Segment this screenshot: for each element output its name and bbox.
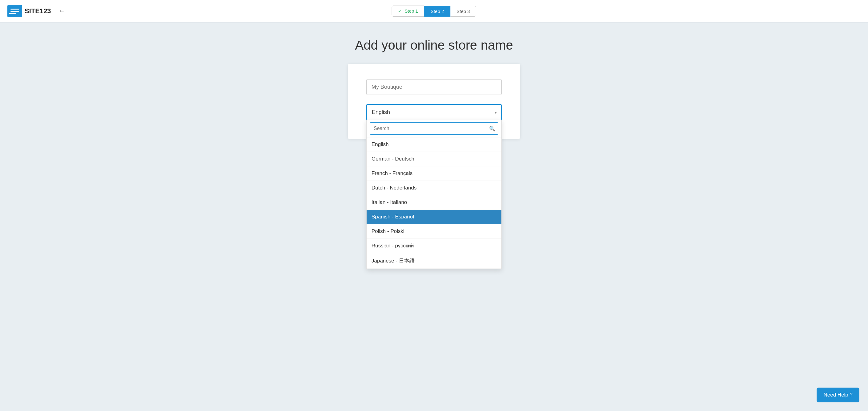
language-option[interactable]: Japanese - 日本語 xyxy=(367,253,501,269)
language-list: EnglishGerman - DeutschFrench - Français… xyxy=(367,138,501,269)
logo-text: SITE123 xyxy=(25,7,51,15)
language-option[interactable]: Dutch - Nederlands xyxy=(367,181,501,195)
logo-icon xyxy=(7,5,22,17)
main-content: Add your online store name English ▾ 🔍 E… xyxy=(0,23,868,151)
step-2[interactable]: Step 2 xyxy=(424,6,450,17)
stepper: ✓ Step 1 Step 2 Step 3 xyxy=(392,5,476,17)
dropdown-search-wrap: 🔍 xyxy=(367,120,501,138)
header: SITE123 ← ✓ Step 1 Step 2 Step 3 xyxy=(0,0,868,23)
language-option[interactable]: Italian - Italiano xyxy=(367,195,501,210)
form-card: English ▾ 🔍 EnglishGerman - DeutschFrenc… xyxy=(348,64,520,139)
language-dropdown-selected[interactable]: English ▾ xyxy=(366,104,502,120)
back-button[interactable]: ← xyxy=(59,8,65,14)
step-2-label: Step 2 xyxy=(431,9,444,14)
search-icon: 🔍 xyxy=(489,126,495,131)
logo: SITE123 xyxy=(7,5,51,17)
step-1[interactable]: ✓ Step 1 xyxy=(392,5,424,17)
step-1-label: Step 1 xyxy=(405,8,418,13)
language-option[interactable]: English xyxy=(367,138,501,152)
store-name-input[interactable] xyxy=(366,79,502,95)
language-option[interactable]: Spanish - Español xyxy=(367,210,501,224)
step-3[interactable]: Step 3 xyxy=(450,6,476,17)
step-1-check: ✓ xyxy=(398,8,402,13)
language-option[interactable]: German - Deutsch xyxy=(367,152,501,166)
dropdown-arrow-icon: ▾ xyxy=(495,110,497,115)
step-3-label: Step 3 xyxy=(457,9,470,14)
language-option[interactable]: French - Français xyxy=(367,166,501,181)
selected-language-label: English xyxy=(372,109,390,116)
language-dropdown-wrapper: English ▾ 🔍 EnglishGerman - DeutschFrenc… xyxy=(366,104,502,120)
need-help-button[interactable]: Need Help ? xyxy=(816,388,859,402)
page-title: Add your online store name xyxy=(355,38,513,53)
language-dropdown-panel: 🔍 EnglishGerman - DeutschFrench - França… xyxy=(366,120,502,269)
language-search-input[interactable] xyxy=(370,122,498,135)
language-option[interactable]: Russian - русский xyxy=(367,239,501,253)
language-option[interactable]: Polish - Polski xyxy=(367,224,501,239)
